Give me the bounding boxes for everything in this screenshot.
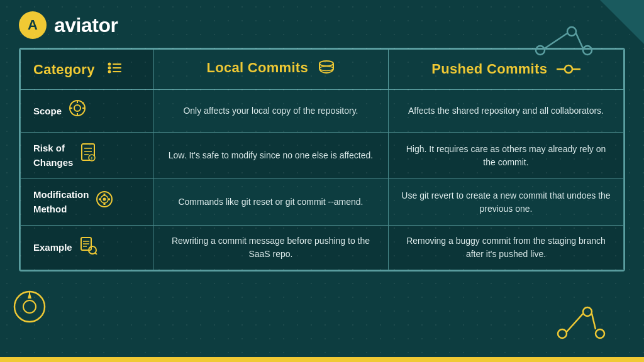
commit-icon bbox=[557, 63, 580, 78]
svg-point-13 bbox=[108, 63, 111, 66]
category-scope: Scope bbox=[21, 90, 153, 133]
header-category: Category bbox=[21, 50, 153, 90]
svg-rect-14 bbox=[113, 63, 121, 65]
svg-line-3 bbox=[545, 33, 567, 48]
svg-point-21 bbox=[565, 65, 572, 73]
table-row-scope: Scope bbox=[21, 90, 624, 133]
svg-text:!: ! bbox=[91, 156, 92, 161]
comparison-table: Category bbox=[19, 48, 625, 272]
svg-rect-16 bbox=[113, 67, 121, 69]
category-risk: Risk ofChanges ! bbox=[21, 133, 153, 179]
svg-point-19 bbox=[319, 61, 333, 66]
svg-point-2 bbox=[583, 46, 592, 55]
logo-icon: A bbox=[19, 11, 47, 39]
modification-local: Commands like git reset or git commit --… bbox=[153, 179, 388, 226]
circle-icon-decoration bbox=[13, 290, 47, 324]
svg-point-25 bbox=[74, 105, 80, 111]
svg-point-20 bbox=[319, 67, 333, 71]
category-modification: ModificationMethod bbox=[21, 179, 153, 226]
example-icon bbox=[79, 236, 97, 260]
svg-line-4 bbox=[576, 33, 583, 48]
svg-rect-38 bbox=[99, 199, 101, 200]
git-graph-decoration-bottom bbox=[556, 299, 606, 343]
scope-icon bbox=[68, 99, 87, 123]
svg-point-0 bbox=[536, 46, 545, 55]
corner-decoration bbox=[600, 0, 644, 44]
svg-line-9 bbox=[592, 314, 596, 329]
svg-rect-40 bbox=[104, 194, 106, 195]
svg-line-47 bbox=[95, 253, 97, 255]
table-row-example: Example Rewrit bbox=[21, 226, 624, 270]
header-local-commits: Local Commits bbox=[153, 50, 388, 90]
modification-icon bbox=[95, 190, 114, 214]
example-local: Rewriting a commit message before pushin… bbox=[153, 226, 388, 270]
svg-point-11 bbox=[23, 300, 36, 313]
svg-point-15 bbox=[108, 67, 111, 70]
svg-line-8 bbox=[567, 314, 583, 332]
category-icon bbox=[108, 62, 123, 77]
svg-point-17 bbox=[108, 70, 111, 74]
category-example: Example bbox=[21, 226, 153, 270]
svg-point-6 bbox=[583, 307, 592, 316]
svg-point-7 bbox=[596, 329, 604, 338]
modification-pushed: Use git revert to create a new commit th… bbox=[388, 179, 623, 226]
brand-name: aviator bbox=[54, 14, 118, 37]
scope-local: Only affects your local copy of the repo… bbox=[153, 90, 388, 133]
example-pushed: Removing a buggy commit from the staging… bbox=[388, 226, 623, 270]
svg-point-5 bbox=[558, 329, 567, 338]
scope-pushed: Affects the shared repository and all co… bbox=[388, 90, 623, 133]
svg-point-37 bbox=[103, 198, 106, 201]
database-icon bbox=[318, 60, 335, 79]
git-graph-decoration-top bbox=[531, 13, 594, 63]
table-row-risk: Risk ofChanges ! bbox=[21, 133, 624, 179]
risk-icon: ! bbox=[79, 143, 97, 168]
svg-rect-18 bbox=[113, 71, 121, 72]
svg-rect-39 bbox=[108, 199, 110, 200]
svg-rect-41 bbox=[104, 203, 106, 205]
table-row-modification: ModificationMethod bbox=[21, 179, 624, 226]
risk-pushed: High. It requires care as others may alr… bbox=[388, 133, 623, 179]
risk-local: Low. It's safe to modify since no one el… bbox=[153, 133, 388, 179]
svg-point-1 bbox=[567, 27, 576, 36]
